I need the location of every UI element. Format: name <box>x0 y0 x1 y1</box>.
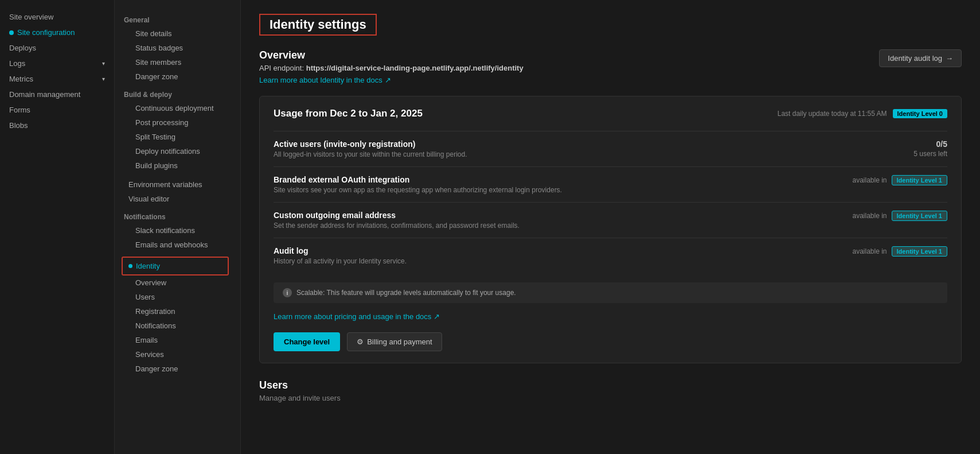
main-content: Identity settings Overview API endpoint:… <box>241 0 980 454</box>
api-endpoint-row: API endpoint: https://digital-service-la… <box>259 64 524 72</box>
page-title-box: Identity settings <box>259 14 377 36</box>
sidebar-left: Site overview Site configuration Deploys… <box>0 0 115 454</box>
usage-box: Usage from Dec 2 to Jan 2, 2025 Last dai… <box>259 96 962 363</box>
external-link-icon: ↗ <box>385 76 391 84</box>
feature-row-active-users: Active users (invite-only registration) … <box>274 131 947 166</box>
mid-item-slack-notifications[interactable]: Slack notifications <box>115 223 240 238</box>
mid-item-services[interactable]: Services <box>115 347 240 362</box>
active-dot <box>9 30 14 35</box>
chevron-down-icon: ▾ <box>102 76 105 82</box>
sidebar-item-forms[interactable]: Forms <box>0 102 114 118</box>
learn-identity-link[interactable]: Learn more about Identity in the docs ↗ <box>259 76 391 84</box>
section-title-build-deploy: Build & deploy <box>115 88 240 101</box>
overview-left: Overview API endpoint: https://digital-s… <box>259 49 524 84</box>
mid-item-visual-editor[interactable]: Visual editor <box>115 192 240 206</box>
feature-right-email: available in Identity Level 1 <box>852 211 947 221</box>
mid-item-post-processing[interactable]: Post processing <box>115 115 240 130</box>
sidebar-mid: General Site details Status badges Site … <box>115 0 241 454</box>
overview-header: Overview API endpoint: https://digital-s… <box>259 49 962 84</box>
feature-row-oauth: Branded external OAuth integration Site … <box>274 166 947 202</box>
identity-level-1-badge-oauth: Identity Level 1 <box>892 175 947 185</box>
arrow-right-icon: → <box>946 54 953 63</box>
gear-icon: ⚙ <box>357 337 364 346</box>
users-desc: Manage and invite users <box>259 394 962 402</box>
users-section: Users Manage and invite users <box>259 379 962 402</box>
sidebar-item-deploys[interactable]: Deploys <box>0 40 114 56</box>
feature-right-audit: available in Identity Level 1 <box>852 246 947 257</box>
mid-item-deploy-notifications[interactable]: Deploy notifications <box>115 144 240 158</box>
billing-payment-button[interactable]: ⚙ Billing and payment <box>347 332 442 351</box>
identity-level-1-badge-email: Identity Level 1 <box>892 211 947 221</box>
mid-item-site-details[interactable]: Site details <box>115 26 240 41</box>
feature-info-oauth: Branded external OAuth integration Site … <box>274 175 562 194</box>
identity-level-badge: Identity Level 0 <box>893 109 947 118</box>
identity-dot <box>128 264 132 268</box>
users-title: Users <box>259 379 962 391</box>
sidebar-item-site-configuration[interactable]: Site configuration <box>0 25 114 40</box>
feature-info: Active users (invite-only registration) … <box>274 139 467 158</box>
overview-section: Overview API endpoint: https://digital-s… <box>259 49 962 84</box>
overview-title: Overview <box>259 49 524 61</box>
mid-item-emails-webhooks[interactable]: Emails and webhooks <box>115 238 240 252</box>
identity-level-1-badge-audit: Identity Level 1 <box>892 246 947 257</box>
section-title-general: General <box>115 14 240 26</box>
sidebar-item-logs[interactable]: Logs ▾ <box>0 56 114 71</box>
mid-item-overview[interactable]: Overview <box>115 275 240 290</box>
feature-row-audit-log: Audit log History of all activity in you… <box>274 238 947 273</box>
mid-item-emails[interactable]: Emails <box>115 333 240 347</box>
actions-row: Change level ⚙ Billing and payment <box>274 332 947 351</box>
mid-item-users[interactable]: Users <box>115 290 240 304</box>
feature-row-email: Custom outgoing email address Set the se… <box>274 202 947 238</box>
mid-item-status-badges[interactable]: Status badges <box>115 41 240 55</box>
audit-log-button[interactable]: Identity audit log → <box>879 49 962 67</box>
feature-info-audit: Audit log History of all activity in you… <box>274 246 407 265</box>
chevron-up-icon: ↗ <box>434 312 440 321</box>
sidebar-item-blobs[interactable]: Blobs <box>0 118 114 133</box>
scalable-info-box: i Scalable: This feature will upgrade le… <box>274 282 947 303</box>
mid-item-danger-zone-identity[interactable]: Danger zone <box>115 362 240 376</box>
section-title-notifications: Notifications <box>115 211 240 223</box>
feature-right-oauth: available in Identity Level 1 <box>852 175 947 185</box>
mid-item-registration[interactable]: Registration <box>115 304 240 319</box>
usage-meta: Last daily update today at 11:55 AM Iden… <box>778 109 947 118</box>
change-level-button[interactable]: Change level <box>274 332 340 351</box>
feature-info-email: Custom outgoing email address Set the se… <box>274 211 520 230</box>
sidebar-item-metrics[interactable]: Metrics ▾ <box>0 71 114 87</box>
sidebar-item-site-overview[interactable]: Site overview <box>0 9 114 25</box>
chevron-down-icon: ▾ <box>102 60 105 67</box>
mid-item-environment-variables[interactable]: Environment variables <box>115 177 240 192</box>
page-title: Identity settings <box>270 17 366 32</box>
mid-item-site-members[interactable]: Site members <box>115 55 240 69</box>
mid-item-continuous-deployment[interactable]: Continuous deployment <box>115 101 240 115</box>
mid-item-build-plugins[interactable]: Build plugins <box>115 158 240 173</box>
mid-item-identity[interactable]: Identity <box>115 259 240 273</box>
pricing-link[interactable]: Learn more about pricing and usage in th… <box>274 312 440 321</box>
usage-header: Usage from Dec 2 to Jan 2, 2025 Last dai… <box>274 108 947 119</box>
mid-item-notifications[interactable]: Notifications <box>115 319 240 333</box>
usage-title: Usage from Dec 2 to Jan 2, 2025 <box>274 108 423 119</box>
mid-item-split-testing[interactable]: Split Testing <box>115 130 240 144</box>
info-icon: i <box>283 288 292 297</box>
feature-right-active-users: 0/5 5 users left <box>913 139 947 158</box>
sidebar-item-domain-management[interactable]: Domain management <box>0 87 114 102</box>
mid-item-danger-zone-general[interactable]: Danger zone <box>115 69 240 84</box>
